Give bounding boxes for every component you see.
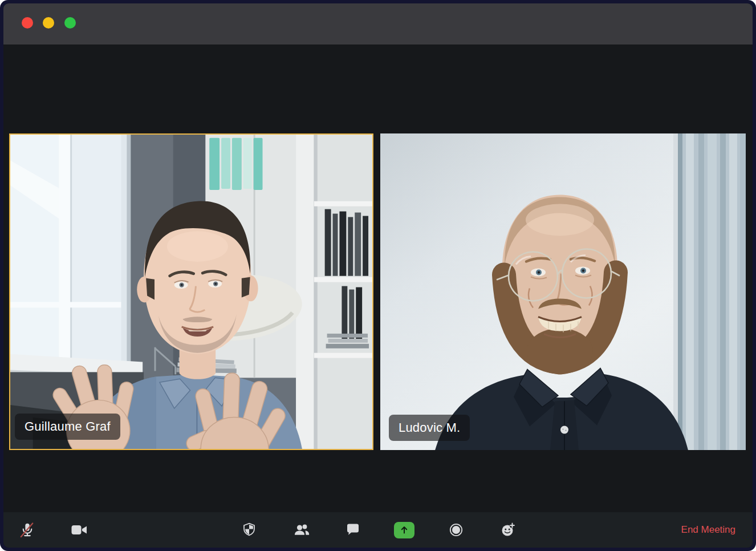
ludovic-video-feed	[380, 133, 746, 450]
screenshot-stage: Guillaume Graf	[0, 0, 756, 551]
share-screen-button[interactable]	[392, 517, 417, 542]
microphone-muted-icon	[19, 521, 36, 538]
share-screen-icon	[394, 522, 414, 538]
meeting-toolbar: End Meeting	[3, 512, 753, 548]
participant-name-badge: Guillaume Graf	[15, 414, 120, 440]
chat-button[interactable]	[340, 517, 365, 542]
end-meeting-button[interactable]: End Meeting	[678, 512, 739, 548]
security-button[interactable]	[237, 517, 262, 542]
minimize-window-button[interactable]	[43, 17, 54, 29]
participant-name-badge: Ludovic M.	[389, 415, 470, 441]
window-content: Guillaume Graf	[3, 3, 753, 548]
zoom-window-button[interactable]	[64, 17, 76, 29]
video-tile-guillaume[interactable]: Guillaume Graf	[9, 133, 373, 450]
participants-button[interactable]	[289, 517, 314, 542]
record-icon	[448, 522, 464, 538]
video-tile-ludovic[interactable]: Ludovic M.	[380, 133, 746, 450]
guillaume-video-feed	[10, 135, 372, 449]
video-button[interactable]	[67, 517, 92, 542]
chat-bubble-icon	[345, 522, 361, 538]
record-button[interactable]	[444, 517, 469, 542]
participants-icon	[293, 522, 310, 537]
shield-icon	[241, 522, 257, 538]
video-camera-icon	[71, 523, 88, 537]
reactions-smiley-plus-icon	[500, 522, 516, 538]
titlebar	[3, 3, 753, 44]
reactions-button[interactable]	[495, 517, 521, 542]
app-window: Guillaume Graf	[0, 0, 756, 551]
close-window-button[interactable]	[22, 17, 33, 29]
mute-button[interactable]	[15, 517, 40, 542]
